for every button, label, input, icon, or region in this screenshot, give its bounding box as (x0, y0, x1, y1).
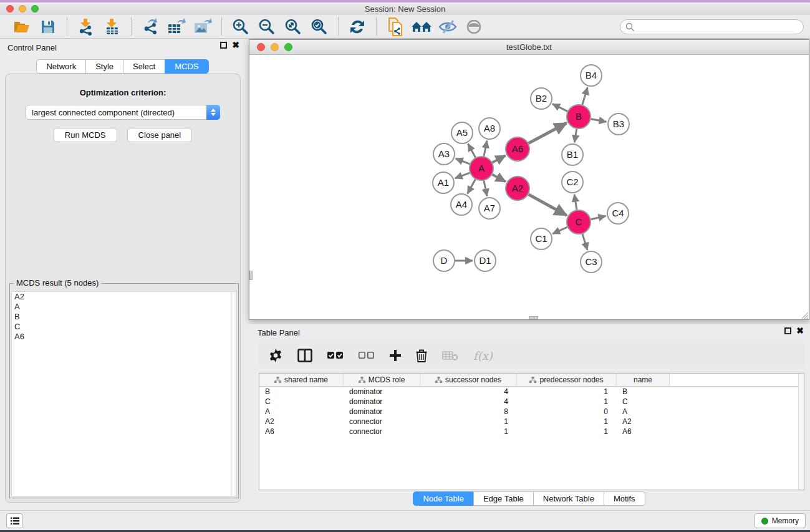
network-maximize-button[interactable] (284, 43, 292, 51)
table-cell[interactable] (670, 427, 804, 437)
table-cell[interactable]: C (259, 397, 344, 407)
table-cell[interactable]: A (259, 407, 344, 417)
table-cell[interactable]: 4 (420, 387, 517, 397)
column-header-name[interactable]: name (617, 374, 670, 387)
close-panel-button[interactable]: Close panel (127, 128, 193, 142)
run-mcds-button[interactable]: Run MCDS (54, 128, 117, 142)
graph-node-D1[interactable]: D1 (475, 250, 496, 271)
graph-edge-A2-C[interactable] (529, 195, 567, 216)
task-history-button[interactable] (6, 513, 23, 528)
table-cell[interactable]: B (617, 387, 670, 397)
graph-edge-A-A3[interactable] (456, 158, 470, 164)
table-cell[interactable]: A2 (259, 417, 344, 427)
graph-node-A2[interactable]: A2 (506, 177, 529, 200)
split-columns-icon[interactable] (297, 347, 312, 364)
tab-select[interactable]: Select (123, 59, 165, 74)
import-table-icon[interactable] (102, 17, 123, 36)
refresh-icon[interactable] (347, 17, 368, 36)
table-cell[interactable]: dominator (344, 407, 420, 417)
graph-node-D[interactable]: D (433, 250, 455, 271)
graph-edge-B-B4[interactable] (582, 87, 587, 105)
graph-node-A6[interactable]: A6 (506, 137, 529, 161)
graph-edge-A-A5[interactable] (468, 144, 476, 158)
column-header-predecessor-nodes[interactable]: predecessor nodes (517, 374, 617, 387)
graph-node-A5[interactable]: A5 (451, 122, 473, 143)
table-row[interactable]: Adominator80A (259, 407, 804, 417)
show-panel-icon[interactable] (463, 17, 485, 36)
table-cell[interactable]: 1 (420, 427, 517, 437)
table-cell[interactable]: C (617, 397, 670, 407)
tab-motifs[interactable]: Motifs (604, 491, 645, 506)
graph-node-C2[interactable]: C2 (562, 172, 583, 193)
table-cell[interactable]: A2 (617, 417, 670, 427)
tab-node-table[interactable]: Node Table (413, 491, 474, 506)
graph-node-B2[interactable]: B2 (531, 88, 552, 109)
table-cell[interactable]: dominator (344, 397, 420, 407)
result-list-item[interactable]: B (12, 312, 236, 322)
search-input[interactable] (638, 21, 803, 32)
column-header-mcds-role[interactable]: MCDS role (344, 374, 420, 387)
canvas-vertical-scrollbar[interactable] (249, 271, 253, 280)
network-canvas[interactable]: B4B2BB3A5A8A6A3AB1A1A2C2A4A7C4CC1DD1C3 (249, 55, 809, 319)
close-panel-icon[interactable]: ✖ (232, 42, 239, 49)
table-cell[interactable]: A6 (259, 427, 344, 437)
node-table[interactable]: shared name MCDS role successor nodes pr… (259, 373, 804, 490)
graph-node-B1[interactable]: B1 (562, 144, 583, 165)
table-cell[interactable]: 4 (420, 397, 517, 407)
export-table-icon[interactable] (166, 17, 187, 36)
import-network-icon[interactable] (75, 17, 97, 36)
tab-style[interactable]: Style (85, 59, 123, 74)
graph-edge-B-B1[interactable] (574, 129, 577, 143)
graph-node-A[interactable]: A (470, 157, 493, 180)
table-cell[interactable]: 0 (517, 407, 617, 417)
zoom-out-icon[interactable] (256, 17, 277, 36)
table-cell[interactable] (670, 387, 804, 397)
graph-node-C3[interactable]: C3 (581, 251, 602, 273)
result-list-item[interactable]: A (12, 302, 236, 312)
tab-mcds[interactable]: MCDS (165, 59, 208, 74)
graph-edge-A-A1[interactable] (455, 173, 470, 178)
save-session-icon[interactable] (37, 17, 59, 36)
graph-node-A1[interactable]: A1 (433, 172, 454, 193)
graph-edge-C-C4[interactable] (591, 216, 606, 219)
graph-edge-C-C3[interactable] (582, 234, 587, 250)
maximize-window-button[interactable] (31, 5, 39, 12)
network-window-titlebar[interactable]: testGlobe.txt (249, 40, 809, 55)
table-cell[interactable] (670, 397, 804, 407)
graph-node-A8[interactable]: A8 (479, 118, 500, 139)
mcds-result-list[interactable]: A2ABCA6 (11, 291, 237, 496)
resize-grip-icon[interactable] (800, 311, 809, 319)
graph-node-B4[interactable]: B4 (581, 65, 602, 86)
zoom-selected-icon[interactable] (309, 17, 330, 36)
clone-network-icon[interactable] (385, 17, 406, 36)
gear-icon[interactable] (269, 347, 282, 364)
criterion-dropdown[interactable]: largest connected component (directed) (26, 105, 220, 120)
table-cell[interactable]: connector (344, 427, 420, 437)
result-list-item[interactable]: C (12, 322, 236, 332)
table-cell[interactable]: connector (344, 417, 420, 427)
table-cell[interactable]: 1 (517, 387, 617, 397)
delete-icon[interactable] (416, 347, 427, 364)
canvas-horizontal-scrollbar[interactable] (529, 316, 538, 319)
deselect-all-icon[interactable] (359, 347, 375, 364)
table-cell[interactable]: 1 (517, 427, 617, 437)
graph-node-A3[interactable]: A3 (433, 143, 455, 165)
table-cell[interactable] (670, 407, 804, 417)
tab-network-table[interactable]: Network Table (533, 491, 604, 506)
graph-edge-A-A2[interactable] (493, 175, 506, 182)
graph-edge-B-B2[interactable] (552, 104, 567, 112)
table-cell[interactable]: dominator (344, 387, 420, 397)
graph-node-C[interactable]: C (567, 210, 591, 234)
graph-node-C1[interactable]: C1 (531, 228, 552, 249)
export-network-icon[interactable] (140, 17, 161, 36)
graph-node-B[interactable]: B (567, 105, 591, 128)
minimize-window-button[interactable] (19, 5, 26, 12)
tab-edge-table[interactable]: Edge Table (473, 491, 534, 506)
graph-edge-C-C1[interactable] (552, 227, 567, 234)
column-header-shared-name[interactable]: shared name (259, 374, 344, 387)
network-minimize-button[interactable] (271, 43, 279, 51)
table-cell[interactable]: B (259, 387, 344, 397)
float-panel-button[interactable] (220, 42, 227, 49)
zoom-in-icon[interactable] (230, 17, 251, 36)
table-cell[interactable]: A (617, 407, 670, 417)
